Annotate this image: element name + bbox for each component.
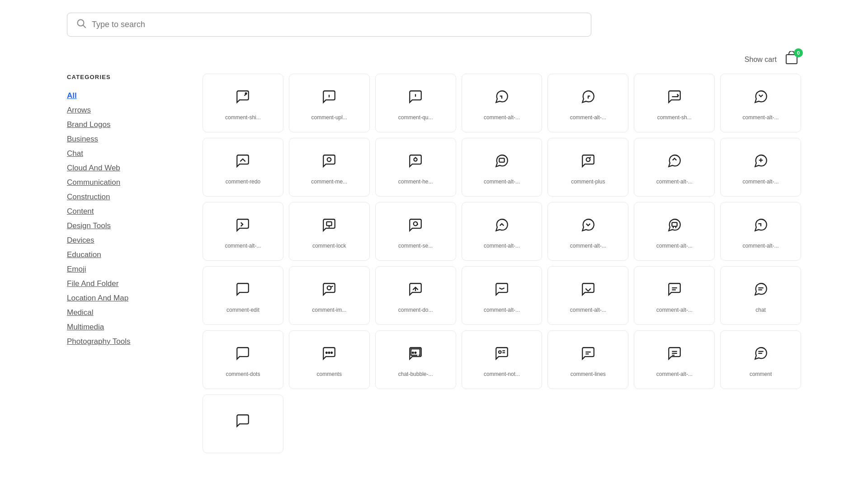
icon-card[interactable]: comment-alt-... <box>720 74 801 132</box>
icon-card[interactable]: comment-alt-... <box>547 202 628 261</box>
search-box <box>67 13 591 37</box>
sidebar-item-construction[interactable]: Construction <box>67 190 184 204</box>
icon-card[interactable]: comment <box>720 330 801 389</box>
icon-glyph <box>235 217 250 236</box>
icon-card[interactable]: comment-alt-... <box>462 202 542 261</box>
icon-label: comment-alt-... <box>743 114 779 121</box>
svg-line-9 <box>590 157 590 158</box>
sidebar-item-emoji[interactable]: Emoji <box>67 262 184 277</box>
icon-card[interactable]: comment-alt-... <box>720 138 801 197</box>
icon-glyph <box>408 153 423 172</box>
sidebar-item-medical[interactable]: Medical <box>67 305 184 320</box>
icon-label: comment-sh... <box>657 114 692 121</box>
icon-label: comment-he... <box>398 178 433 185</box>
icon-card[interactable]: comment-not... <box>462 330 542 389</box>
icon-glyph <box>321 346 337 365</box>
sidebar-item-chat[interactable]: Chat <box>67 146 184 161</box>
icon-card[interactable]: comment-lock <box>289 202 370 261</box>
icon-card[interactable]: comment-alt-... <box>547 266 628 325</box>
sidebar-item-design-tools[interactable]: Design Tools <box>67 219 184 233</box>
icons-area: comment-shi...comment-upl...comment-qu..… <box>203 69 801 488</box>
icon-card[interactable]: comment-alt-... <box>462 138 542 197</box>
icon-label: comment <box>750 371 772 377</box>
sidebar-item-devices[interactable]: Devices <box>67 233 184 248</box>
icon-label: comment-alt-... <box>484 114 520 121</box>
svg-rect-7 <box>499 158 504 162</box>
icon-card[interactable]: comment-alt-... <box>462 74 542 132</box>
sidebar-item-photography-tools[interactable]: Photography Tools <box>67 334 184 349</box>
sidebar-item-arrows[interactable]: Arrows <box>67 103 184 117</box>
icon-card[interactable]: comment-me... <box>289 138 370 197</box>
svg-point-8 <box>586 158 590 162</box>
search-icon <box>76 19 86 31</box>
sidebar-item-content[interactable]: Content <box>67 204 184 219</box>
icon-glyph <box>494 89 509 108</box>
sidebar-items: AllArrowsBrand LogosBusinessChatCloud An… <box>67 89 184 349</box>
icon-card[interactable]: comment-redo <box>203 138 283 197</box>
icon-card[interactable]: comment-alt-... <box>547 74 628 132</box>
sidebar-item-brand-logos[interactable]: Brand Logos <box>67 117 184 132</box>
icon-card[interactable]: comment-alt-... <box>634 138 715 197</box>
svg-point-25 <box>331 352 333 353</box>
icon-card[interactable]: chat <box>720 266 801 325</box>
icon-glyph <box>580 153 596 172</box>
icon-label: comment-me... <box>311 178 347 185</box>
icon-glyph <box>667 217 682 236</box>
icon-glyph <box>408 217 423 236</box>
icon-card[interactable]: comment-alt-... <box>462 266 542 325</box>
icon-card[interactable]: comment-alt-... <box>203 202 283 261</box>
icon-label: comment-alt-... <box>570 114 606 121</box>
cart-button[interactable]: 0 <box>782 50 801 69</box>
icon-card[interactable]: chat-bubble-... <box>375 330 456 389</box>
svg-point-27 <box>415 352 416 353</box>
icon-glyph <box>494 346 509 365</box>
icon-card[interactable]: comment-alt-... <box>720 202 801 261</box>
icon-glyph <box>321 153 337 172</box>
icon-card[interactable]: comment-shi... <box>203 74 283 132</box>
icon-glyph <box>667 346 682 365</box>
icon-card[interactable]: comment-edit <box>203 266 283 325</box>
icon-label: comment-se... <box>398 243 433 249</box>
svg-line-1 <box>83 25 86 28</box>
sidebar-item-education[interactable]: Education <box>67 248 184 262</box>
icon-glyph <box>753 346 769 365</box>
sidebar-item-location-and-map[interactable]: Location And Map <box>67 291 184 305</box>
icon-card[interactable]: comment-upl... <box>289 74 370 132</box>
icon-card[interactable] <box>203 394 283 453</box>
icon-card[interactable]: comment-sh... <box>634 74 715 132</box>
icon-card[interactable]: comment-im... <box>289 266 370 325</box>
icon-glyph <box>321 282 337 300</box>
icon-label: comment-alt-... <box>656 243 693 249</box>
icon-card[interactable]: comment-plus <box>547 138 628 197</box>
icon-glyph <box>580 282 596 300</box>
icon-card[interactable]: comment-qu... <box>375 74 456 132</box>
icon-glyph <box>494 217 509 236</box>
categories-heading: CATEGORIES <box>67 74 184 80</box>
sidebar-item-cloud-and-web[interactable]: Cloud And Web <box>67 161 184 175</box>
icon-card[interactable]: comment-lines <box>547 330 628 389</box>
icon-card[interactable]: comment-alt-... <box>634 266 715 325</box>
sidebar-item-communication[interactable]: Communication <box>67 175 184 190</box>
cart-area: Show cart 0 <box>0 46 868 69</box>
icon-glyph <box>494 282 509 300</box>
icon-card[interactable]: comment-dots <box>203 330 283 389</box>
sidebar-item-file-and-folder[interactable]: File And Folder <box>67 277 184 291</box>
sidebar-item-business[interactable]: Business <box>67 132 184 146</box>
icon-label: comment-alt-... <box>484 178 520 185</box>
icon-card[interactable]: comment-se... <box>375 202 456 261</box>
svg-point-26 <box>412 352 414 353</box>
show-cart-label: Show cart <box>745 56 777 64</box>
icon-card[interactable]: comment-alt-... <box>634 330 715 389</box>
icon-card[interactable]: comments <box>289 330 370 389</box>
sidebar-item-all[interactable]: All <box>67 89 184 103</box>
svg-rect-15 <box>672 222 677 226</box>
search-input[interactable] <box>92 20 582 29</box>
sidebar-item-multimedia[interactable]: Multimedia <box>67 320 184 334</box>
icon-card[interactable]: comment-do... <box>375 266 456 325</box>
icon-glyph <box>235 413 250 432</box>
icon-card[interactable]: comment-he... <box>375 138 456 197</box>
icon-glyph <box>753 282 769 300</box>
svg-point-23 <box>326 352 327 353</box>
icon-card[interactable]: comment-alt-... <box>634 202 715 261</box>
icon-label: comments <box>317 371 342 377</box>
